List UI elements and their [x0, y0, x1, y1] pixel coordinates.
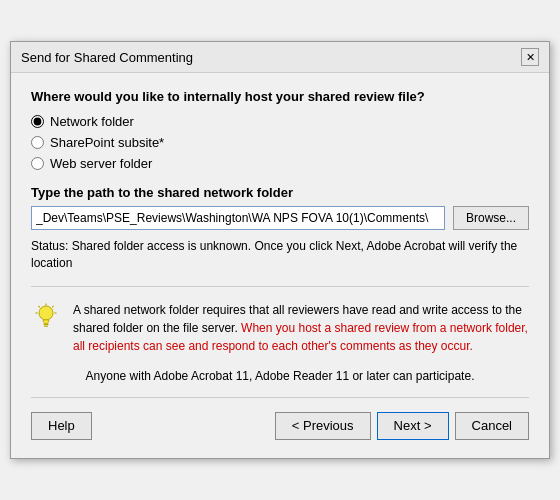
dialog-title: Send for Shared Commenting [21, 50, 193, 65]
info-box: A shared network folder requires that al… [31, 301, 529, 355]
browse-button[interactable]: Browse... [453, 206, 529, 230]
divider-1 [31, 286, 529, 287]
close-button[interactable]: ✕ [521, 48, 539, 66]
radio-group: Network folder SharePoint subsite* Web s… [31, 114, 529, 171]
path-row: Browse... [31, 206, 529, 230]
radio-sharepoint[interactable] [31, 136, 44, 149]
radio-webserver-label[interactable]: Web server folder [50, 156, 152, 171]
radio-network-label[interactable]: Network folder [50, 114, 134, 129]
host-question: Where would you like to internally host … [31, 89, 529, 104]
radio-webserver[interactable] [31, 157, 44, 170]
nav-buttons: < Previous Next > Cancel [275, 412, 529, 440]
radio-sharepoint-label[interactable]: SharePoint subsite* [50, 135, 164, 150]
svg-point-0 [39, 306, 53, 320]
radio-item-sharepoint: SharePoint subsite* [31, 135, 529, 150]
dialog-body: Where would you like to internally host … [11, 73, 549, 458]
path-section-title: Type the path to the shared network fold… [31, 185, 529, 200]
dialog-window: Send for Shared Commenting ✕ Where would… [10, 41, 550, 459]
info-text: A shared network folder requires that al… [73, 301, 529, 355]
bulb-icon [31, 301, 61, 331]
svg-rect-1 [44, 323, 49, 325]
svg-line-4 [39, 306, 40, 307]
next-button[interactable]: Next > [377, 412, 449, 440]
radio-network[interactable] [31, 115, 44, 128]
radio-item-network: Network folder [31, 114, 529, 129]
divider-2 [31, 397, 529, 398]
radio-item-webserver: Web server folder [31, 156, 529, 171]
status-text: Status: Shared folder access is unknown.… [31, 238, 529, 272]
svg-line-5 [52, 306, 53, 307]
participate-text: Anyone with Adobe Acrobat 11, Adobe Read… [31, 369, 529, 383]
cancel-button[interactable]: Cancel [455, 412, 529, 440]
path-input[interactable] [31, 206, 445, 230]
title-bar: Send for Shared Commenting ✕ [11, 42, 549, 73]
svg-rect-2 [44, 325, 48, 326]
help-button[interactable]: Help [31, 412, 92, 440]
previous-button[interactable]: < Previous [275, 412, 371, 440]
button-row: Help < Previous Next > Cancel [31, 408, 529, 446]
